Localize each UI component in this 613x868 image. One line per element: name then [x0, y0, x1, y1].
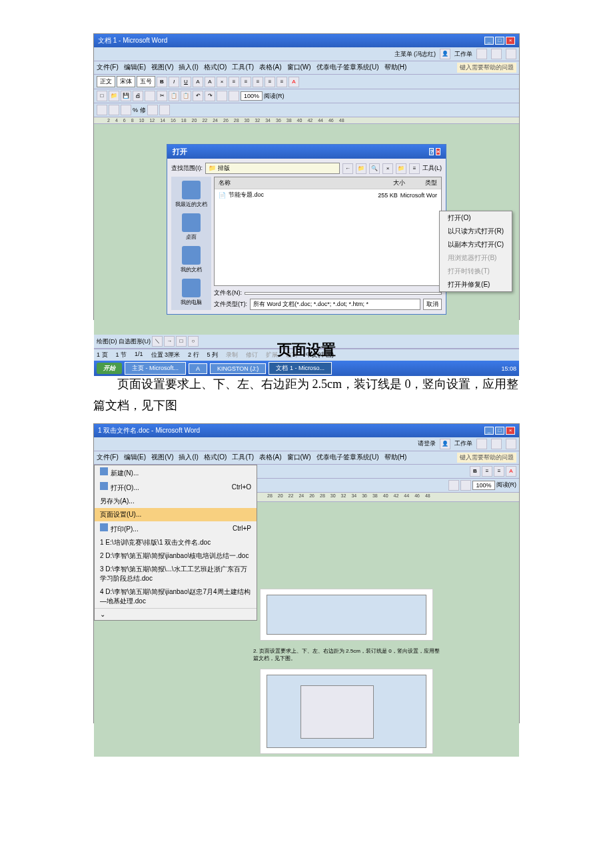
menu-window[interactable]: 窗口(W) [287, 63, 311, 73]
place-documents[interactable]: 我的文档 [173, 246, 210, 273]
tb-icon[interactable] [476, 439, 487, 449]
tb-icon[interactable] [491, 439, 502, 449]
help-search[interactable]: 键入需要帮助的问题 [457, 63, 516, 73]
menu-signature[interactable]: 优泰电子签章系统(U) [316, 63, 379, 73]
back-icon[interactable]: ← [342, 163, 353, 174]
tb-icon[interactable]: A [193, 77, 203, 87]
read-button[interactable]: 阅读(R) [264, 92, 285, 101]
arrow-icon[interactable]: → [164, 336, 175, 347]
place-desktop[interactable]: 桌面 [173, 213, 210, 241]
menu-insert[interactable]: 插入(I) [179, 63, 198, 73]
align-icon[interactable]: ≡ [482, 466, 492, 477]
search-icon[interactable]: 🔍 [369, 163, 380, 174]
ctx-open-repair[interactable]: 打开并修复(E) [440, 278, 512, 291]
menu-saveas[interactable]: 另存为(A)... [95, 495, 257, 508]
align-right-icon[interactable]: ≡ [253, 77, 263, 87]
menu-open[interactable]: 打开(O)...Ctrl+O [95, 480, 257, 495]
font-color-icon[interactable]: A [506, 466, 516, 477]
size-select[interactable]: 五号 [137, 76, 155, 87]
menu-edit[interactable]: 编辑(E) [124, 453, 146, 463]
cut-icon[interactable]: ✂ [157, 91, 167, 101]
tools-dropdown[interactable]: 工具(L) [422, 164, 442, 173]
main-menu-label[interactable]: 主菜单 (冯志红) [394, 50, 436, 59]
close-icon[interactable]: × [436, 148, 440, 155]
work-order-label[interactable]: 工作单 [454, 50, 472, 59]
rect-icon[interactable]: □ [176, 336, 187, 347]
tb-icon[interactable]: ≡ [277, 77, 287, 87]
cancel-button[interactable]: 取消 [423, 299, 442, 310]
bold-icon[interactable]: B [157, 77, 167, 87]
menu-print[interactable]: 打印(P)...Ctrl+P [95, 521, 257, 536]
tb-icon[interactable] [145, 91, 155, 101]
align-center-icon[interactable]: ≡ [241, 77, 251, 87]
save-icon[interactable]: 💾 [121, 91, 131, 101]
open-icon[interactable]: 📁 [109, 91, 119, 101]
ctx-open-copy[interactable]: 以副本方式打开(C) [440, 238, 512, 251]
login-label[interactable]: 请登录 [418, 439, 436, 448]
tb-icon[interactable] [97, 105, 107, 115]
print-icon[interactable]: 🖨 [133, 91, 143, 101]
place-recent[interactable]: 我最近的文档 [173, 181, 210, 208]
font-select[interactable]: 宋体 [117, 76, 135, 87]
tb-icon[interactable] [229, 91, 239, 101]
tb-icon[interactable] [476, 49, 487, 59]
file-row[interactable]: 📄 节能专题.doc 255 KB Microsoft Wor [215, 189, 441, 201]
align-icon[interactable]: ≡ [494, 466, 504, 477]
menu-table[interactable]: 表格(A) [259, 453, 281, 463]
copy-icon[interactable]: 📋 [169, 91, 179, 101]
task-item[interactable]: KINGSTON (J:) [210, 363, 266, 374]
work-order-label[interactable]: 工作单 [454, 439, 472, 448]
menu-file[interactable]: 文件(F) [97, 453, 119, 463]
menu-help[interactable]: 帮助(H) [384, 453, 407, 463]
bold-icon[interactable]: B [470, 466, 480, 477]
tb-icon[interactable] [491, 49, 502, 59]
menu-recent-1[interactable]: 1 E:\培训\竞赛\排版\1 双击文件名.doc [95, 536, 257, 549]
tb-icon[interactable]: ≡ [265, 77, 275, 87]
menu-recent-3[interactable]: 3 D:\李智\第五期\简报\...\水工工艺班赴浙广东百万学习阶段总结.doc [95, 563, 257, 585]
tb-icon[interactable] [217, 91, 227, 101]
up-icon[interactable]: 📁 [356, 163, 366, 174]
undo-icon[interactable]: ↶ [193, 91, 203, 101]
col-name[interactable]: 名称 [219, 179, 231, 187]
place-computer[interactable]: 我的电脑 [173, 279, 210, 306]
menu-format[interactable]: 格式(O) [204, 453, 227, 463]
tb-icon[interactable] [109, 105, 119, 115]
zoom-select[interactable]: 100% [472, 481, 494, 490]
menu-format[interactable]: 格式(O) [204, 63, 227, 73]
menu-edit[interactable]: 编辑(E) [124, 63, 146, 73]
tb-icon[interactable] [506, 49, 516, 59]
col-size[interactable]: 大小 [393, 179, 405, 187]
menu-file[interactable]: 文件(F) [97, 63, 119, 73]
style-select[interactable]: 正文 [97, 76, 115, 87]
align-left-icon[interactable]: ≡ [229, 77, 239, 87]
task-item[interactable]: A [189, 363, 207, 374]
menu-view[interactable]: 视图(V) [151, 63, 173, 73]
new-icon[interactable]: □ [97, 91, 107, 101]
ctx-open[interactable]: 打开(O) [440, 211, 512, 225]
menu-pagesetup[interactable]: 页面设置(U)... [95, 508, 257, 521]
delete-icon[interactable]: × [382, 163, 393, 174]
tb-icon[interactable]: A [205, 77, 215, 87]
col-type[interactable]: 类型 [425, 179, 437, 187]
maximize-icon[interactable]: □ [495, 37, 504, 45]
menu-tools[interactable]: 工具(T) [232, 63, 254, 73]
close-icon[interactable]: × [506, 427, 515, 435]
new-folder-icon[interactable]: 📁 [396, 163, 406, 174]
close-icon[interactable]: × [506, 37, 515, 45]
tb-icon[interactable] [159, 105, 170, 115]
menu-new[interactable]: 新建(N)... [95, 465, 257, 480]
views-icon[interactable]: ≡ [409, 163, 420, 174]
oval-icon[interactable]: ○ [188, 336, 199, 347]
avatar-icon[interactable]: 👤 [440, 49, 450, 59]
help-search[interactable]: 键入需要帮助的问题 [457, 453, 516, 463]
menu-table[interactable]: 表格(A) [259, 63, 281, 73]
menu-insert[interactable]: 插入(I) [179, 453, 198, 463]
underline-icon[interactable]: U [181, 77, 191, 87]
menu-recent-2[interactable]: 2 D:\李智\第五期\简报\jianbao\核电培训总结一.doc [95, 549, 257, 563]
menu-window[interactable]: 窗口(W) [287, 453, 311, 463]
read-button[interactable]: 阅读(R) [496, 481, 517, 489]
minimize-icon[interactable]: _ [484, 427, 494, 435]
zoom-select[interactable]: 100% [241, 91, 263, 101]
menu-tools[interactable]: 工具(T) [232, 453, 254, 463]
lookin-select[interactable]: 📁 排版 [205, 163, 340, 174]
